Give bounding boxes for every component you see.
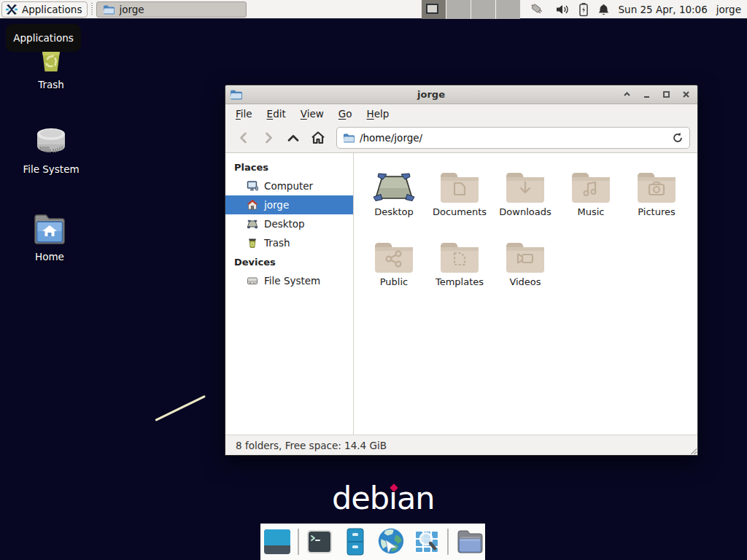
folder-public-icon — [373, 232, 415, 274]
desktop-icon-label: Trash — [15, 79, 88, 90]
hard-drive-icon — [15, 122, 88, 160]
maximize-button[interactable] — [659, 88, 673, 102]
wallpaper-swirl-line — [155, 395, 206, 421]
folder-icon — [103, 4, 115, 15]
taskbar-window-label: jorge — [119, 4, 144, 15]
top-panel: Applications jorge — [0, 0, 747, 19]
path-bar[interactable]: /home/jorge/ — [336, 127, 690, 149]
folder-item-templates[interactable]: Templates — [427, 232, 492, 302]
sidebar-item-desktop[interactable]: Desktop — [225, 214, 353, 233]
directory-menu-button[interactable] — [454, 526, 484, 557]
folder-item-downloads[interactable]: Downloads — [492, 162, 558, 232]
sidebar-item-label: Trash — [264, 237, 290, 249]
folder-item-desktop[interactable]: Desktop — [361, 162, 427, 232]
sidebar: Places Computer — [225, 153, 354, 435]
menu-edit[interactable]: Edit — [260, 106, 293, 122]
file-manager-launcher[interactable] — [340, 526, 371, 557]
dock-panel — [260, 524, 485, 560]
sidebar-item-label: Desktop — [264, 218, 305, 230]
statusbar-text: 8 folders, Free space: 14.4 GiB — [236, 440, 387, 451]
shade-button[interactable] — [619, 88, 634, 102]
reload-icon[interactable] — [672, 132, 684, 144]
folder-item-videos[interactable]: Videos — [492, 232, 558, 302]
show-desktop-button[interactable] — [262, 526, 293, 557]
workspace-switcher[interactable] — [422, 0, 520, 19]
folder-music-icon — [570, 162, 612, 204]
workspace-window-preview — [426, 4, 438, 14]
workspace-4[interactable] — [496, 0, 520, 19]
sidebar-item-label: Computer — [264, 180, 313, 192]
folder-item-music[interactable]: Music — [558, 162, 624, 232]
debian-logo-text: deb — [332, 483, 389, 514]
menu-go[interactable]: Go — [331, 106, 360, 122]
desktop-icon-file-system[interactable]: File System — [15, 122, 88, 175]
drive-icon — [247, 275, 258, 287]
battery-charging-icon[interactable] — [578, 2, 589, 17]
sidebar-item-trash[interactable]: Trash — [225, 233, 353, 252]
computer-icon — [247, 180, 258, 192]
folder-item-label: Desktop — [374, 206, 414, 217]
workspace-3[interactable] — [471, 0, 495, 19]
menubar: File Edit View Go Help — [225, 104, 697, 123]
panel-handle[interactable] — [90, 3, 94, 16]
folder-item-label: Videos — [509, 276, 541, 287]
applications-tooltip: Applications — [6, 24, 81, 52]
folder-item-label: Pictures — [638, 206, 675, 217]
sidebar-item-jorge[interactable]: jorge — [225, 195, 353, 214]
folder-item-public[interactable]: Public — [361, 232, 427, 302]
menu-view[interactable]: View — [293, 106, 331, 122]
trash-icon — [247, 237, 258, 249]
debian-logo: debıan — [332, 483, 435, 514]
statusbar: 8 folders, Free space: 14.4 GiB — [225, 435, 697, 455]
folder-item-label: Public — [380, 276, 408, 287]
folder-documents-icon — [438, 162, 481, 204]
folder-videos-icon — [504, 232, 546, 274]
home-button[interactable] — [307, 127, 329, 149]
notification-bell-icon[interactable] — [597, 3, 610, 17]
home-folder-icon — [13, 210, 86, 248]
desktop-icon-label: Home — [13, 251, 86, 262]
path-input[interactable]: /home/jorge/ — [360, 132, 667, 144]
folder-item-label: Music — [578, 206, 605, 217]
sidebar-item-file-system[interactable]: File System — [225, 271, 353, 290]
folder-item-documents[interactable]: Documents — [427, 162, 492, 232]
workspace-2[interactable] — [446, 0, 471, 19]
titlebar[interactable]: jorge — [225, 85, 697, 104]
ac-adapter-icon[interactable] — [529, 2, 546, 17]
terminal-launcher[interactable] — [304, 526, 335, 557]
sidebar-header-devices: Devices — [225, 252, 353, 271]
dock-separator — [298, 529, 299, 555]
desktop-icon-label: File System — [15, 163, 88, 175]
window-title: jorge — [243, 89, 619, 100]
home-icon — [247, 199, 258, 211]
desktop-pad-icon — [372, 162, 416, 204]
xfce-applications-icon — [5, 3, 18, 16]
up-button[interactable] — [282, 127, 304, 149]
folder-pictures-icon — [635, 162, 678, 204]
desktop-icon-home[interactable]: Home — [13, 210, 86, 262]
taskbar-window-button[interactable]: jorge — [96, 1, 247, 18]
folder-item-label: Downloads — [499, 206, 551, 217]
system-tray — [529, 2, 610, 17]
minimize-button[interactable] — [639, 88, 654, 102]
sidebar-item-computer[interactable]: Computer — [225, 176, 353, 195]
applications-menu-button[interactable]: Applications — [1, 1, 88, 18]
window-folder-icon — [230, 89, 243, 100]
clock[interactable]: Sun 25 Apr, 10:06 — [619, 4, 708, 15]
forward-button[interactable] — [258, 127, 279, 149]
applications-menu-label: Applications — [22, 4, 82, 15]
volume-icon[interactable] — [555, 3, 570, 16]
folder-view[interactable]: Desktop Documents — [354, 153, 697, 435]
debian-logo-text: an — [397, 483, 435, 514]
dock-separator — [447, 529, 449, 555]
application-finder-launcher[interactable] — [411, 526, 442, 557]
web-browser-launcher[interactable] — [376, 526, 406, 557]
close-button[interactable] — [678, 88, 693, 102]
menu-help[interactable]: Help — [360, 106, 397, 122]
username-label[interactable]: jorge — [716, 4, 741, 15]
folder-item-pictures[interactable]: Pictures — [624, 162, 689, 232]
workspace-1[interactable] — [422, 0, 446, 19]
menu-file[interactable]: File — [228, 106, 260, 122]
back-button[interactable] — [233, 127, 255, 149]
resize-grip[interactable] — [689, 447, 697, 454]
